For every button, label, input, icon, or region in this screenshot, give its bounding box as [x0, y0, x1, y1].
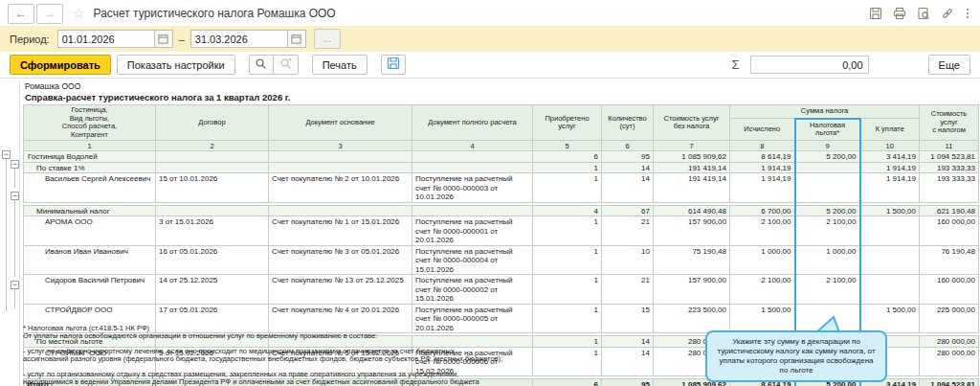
col-header[interactable]: Документ основание	[269, 105, 412, 141]
more-menu-icon[interactable]	[965, 7, 970, 20]
cell[interactable]: 95	[602, 151, 654, 163]
cell[interactable]: 75 190,48	[654, 245, 730, 275]
cell[interactable]: 1 914,19	[730, 173, 795, 203]
col-header[interactable]: Приобретено услуг	[533, 105, 602, 141]
cell[interactable]	[156, 151, 269, 163]
col-number[interactable]: 11	[920, 141, 979, 151]
collapse-toggle[interactable]: −	[11, 192, 19, 200]
cell[interactable]	[860, 245, 920, 275]
cell[interactable]: 1 094 523,81	[920, 151, 979, 163]
forward-button[interactable]: →	[36, 4, 63, 24]
search-next-button[interactable]	[274, 55, 299, 75]
col-header[interactable]: Гостиница, Вид льготы, Способ расчета, К…	[24, 105, 156, 141]
save-icon[interactable]	[869, 7, 882, 20]
col-header[interactable]: Документ полного расчета	[412, 105, 533, 141]
col-header[interactable]: Договор	[156, 105, 269, 141]
period-options-button[interactable]: ...	[314, 29, 341, 49]
cell[interactable]: 6	[533, 151, 602, 163]
cell[interactable]: 2 100,00	[730, 216, 795, 246]
cell[interactable]: 14	[602, 173, 654, 203]
col-header[interactable]: Исчислено	[730, 119, 795, 141]
cell[interactable]: 1 094 523,81	[920, 379, 979, 386]
cell[interactable]: 3 414,19	[860, 151, 920, 163]
cell[interactable]: 1 085 909,62	[654, 151, 730, 163]
cell[interactable]: Счет покупателю № 13 от 25.12.2025	[269, 275, 412, 305]
cell[interactable]: 280 000,00	[920, 336, 979, 348]
cell[interactable]: 14 от 25.12.2025	[156, 275, 269, 305]
period-from-input[interactable]: 01.01.2026	[57, 30, 155, 48]
cell[interactable]: 157 900,00	[654, 275, 730, 305]
period-to-input[interactable]: 31.03.2026	[190, 30, 288, 48]
calendar-icon[interactable]	[155, 30, 173, 48]
cell[interactable]: 160 000,00	[920, 275, 979, 305]
cell[interactable]: АРОМА ООО	[24, 216, 156, 246]
col-header-tax-benefit[interactable]: Налоговая льгота*	[795, 119, 860, 141]
col-header[interactable]: Стоимость услуг с налогом	[920, 105, 979, 141]
cell[interactable]: 1 914,19	[730, 162, 795, 173]
collapse-toggle[interactable]: −	[11, 281, 19, 289]
cell[interactable]: 2 100,00	[795, 275, 860, 305]
cell[interactable]: 1 000,00	[795, 245, 860, 275]
col-number[interactable]: 3	[269, 141, 412, 151]
col-number[interactable]: 7	[654, 141, 730, 151]
cell[interactable]: 1 500,00	[860, 205, 920, 216]
cell[interactable]: 16 от 05.01.2026	[156, 245, 269, 275]
cell[interactable]: 1 914,19	[860, 162, 920, 173]
cell[interactable]: 2 100,00	[730, 275, 795, 305]
cell[interactable]: 2 100,00	[795, 216, 860, 246]
cell[interactable]: Сидоров Василий Петрович	[24, 275, 156, 305]
collapse-toggle[interactable]: −	[2, 150, 11, 159]
cell[interactable]	[860, 275, 920, 305]
favorite-star-icon[interactable]: ☆	[73, 6, 85, 21]
cell[interactable]: Гостиница Водолей	[24, 151, 156, 163]
cell[interactable]: Поступление на расчетный счет № 0000-000…	[412, 173, 533, 203]
cell[interactable]: 280 000,00	[920, 347, 979, 376]
preview-icon[interactable]	[917, 7, 930, 20]
save-report-button[interactable]	[381, 55, 406, 75]
cell[interactable]: 193 333,33	[920, 173, 979, 203]
cell[interactable]: 614 490,48	[654, 205, 730, 216]
cell[interactable]: Счет покупателю № 2 от 10.01.2026	[269, 173, 412, 203]
cell[interactable]: 3 от 15.01.2026	[156, 216, 269, 246]
cell[interactable]: 1	[533, 275, 602, 305]
cell[interactable]: 191 419,14	[654, 162, 730, 173]
cell[interactable]	[795, 162, 860, 173]
cell[interactable]: 191 419,14	[654, 173, 730, 203]
cell[interactable]	[269, 151, 412, 163]
cell[interactable]: 4	[533, 205, 602, 216]
cell[interactable]	[412, 151, 533, 163]
cell[interactable]: 1	[533, 216, 602, 246]
cell[interactable]: Минимальный налог	[24, 205, 156, 216]
cell[interactable]: Счет покупателю № 3 от 05.01.2026	[269, 245, 412, 275]
print-button[interactable]: Печать	[312, 55, 368, 75]
show-settings-button[interactable]: Показать настройки	[117, 55, 235, 75]
col-number[interactable]: 5	[533, 141, 602, 151]
collapse-toggle[interactable]: −	[11, 160, 19, 169]
link-icon[interactable]	[941, 7, 954, 20]
cell[interactable]: 21	[602, 216, 654, 246]
col-header[interactable]: Количество (сут)	[602, 105, 654, 141]
cell[interactable]: 193 333,33	[920, 162, 979, 173]
cell[interactable]: 76 190,48	[920, 245, 979, 275]
col-number[interactable]: 10	[860, 141, 920, 151]
col-header[interactable]: Стоимость услуг без налога	[654, 105, 730, 141]
cell[interactable]: 10	[602, 245, 654, 275]
cell[interactable]	[156, 162, 269, 173]
cell[interactable]: 621 190,48	[920, 205, 979, 216]
col-number[interactable]: 4	[412, 141, 533, 151]
cell[interactable]: Поступление на расчетный счет № 0000-000…	[412, 245, 533, 275]
col-number[interactable]: 6	[602, 141, 654, 151]
cell[interactable]: 1	[533, 162, 602, 173]
col-number[interactable]: 8	[730, 141, 795, 151]
cell[interactable]: 14	[602, 162, 654, 173]
cell[interactable]: 21	[602, 275, 654, 305]
more-button[interactable]: Еще	[928, 55, 970, 75]
sum-field[interactable]: 0,00	[750, 56, 869, 74]
cell[interactable]: 5 200,00	[795, 151, 860, 163]
cell[interactable]: 1	[533, 245, 602, 275]
cell[interactable]: 1 500,00	[730, 304, 795, 333]
cell[interactable]	[156, 205, 269, 216]
generate-button[interactable]: Сформировать	[10, 55, 111, 75]
back-button[interactable]: ←	[8, 4, 34, 24]
cell[interactable]	[795, 173, 860, 203]
